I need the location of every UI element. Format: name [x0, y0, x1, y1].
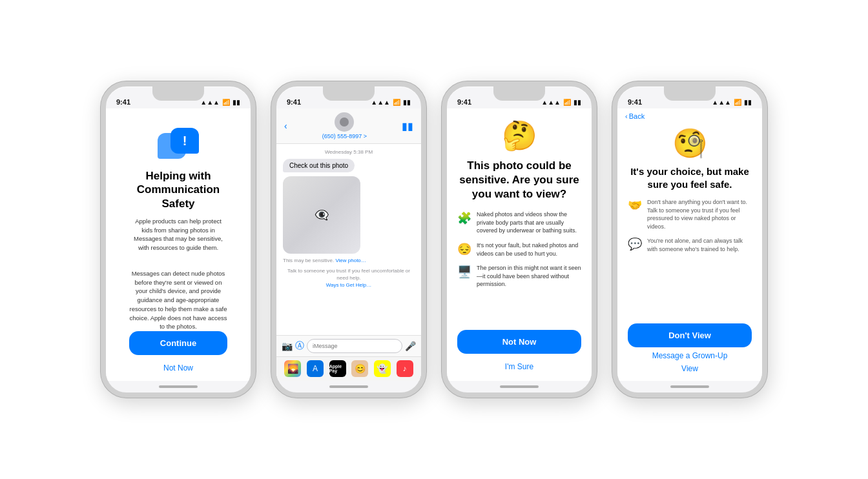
back-label: Back [629, 112, 645, 120]
dock-appstore-icon[interactable]: A [307, 360, 324, 377]
help-text: Talk to someone you trust if you feel un… [287, 268, 410, 281]
phone-3: 9:41 ▲▲▲ 📶 ▮▮ 🤔 This photo could be sens… [442, 81, 597, 398]
status-icons-1: ▲▲▲ 📶 ▮▮ [200, 99, 240, 106]
thinking-emoji: 🤔 [502, 119, 537, 152]
notch-3 [493, 87, 545, 101]
signal-icon-2: ▲▲▲ [371, 99, 390, 106]
phone-1-wrapper: 9:41 ▲▲▲ 📶 ▮▮ Helping with Communication… [101, 81, 256, 398]
dock-applepay-icon[interactable]: Apple Pay [329, 360, 346, 377]
battery-icon-3: ▮▮ [574, 99, 581, 106]
status-time-4: 9:41 [628, 98, 642, 106]
status-icons-2: ▲▲▲ 📶 ▮▮ [371, 99, 411, 106]
phone-1: 9:41 ▲▲▲ 📶 ▮▮ Helping with Communication… [101, 81, 256, 398]
back-chevron-icon: ‹ [625, 112, 628, 120]
wifi-icon-1: 📶 [222, 99, 230, 106]
continue-button[interactable]: Continue [129, 331, 227, 355]
video-call-icon[interactable]: ▮▮ [402, 120, 413, 132]
dont-view-button[interactable]: Don't View [628, 323, 752, 347]
app-dock: 🌄 A Apple Pay 😊 👻 ♪ [276, 356, 421, 381]
phone-4: 9:41 ▲▲▲ 📶 ▮▮ ‹ Back 🧐 It's your choice,… [612, 81, 767, 398]
phone-2: 9:41 ▲▲▲ 📶 ▮▮ ‹ (650) 555-8997 > ▮▮ Wedn… [271, 81, 426, 398]
msg-bubble: Check out this photo [283, 159, 355, 172]
camera-icon[interactable]: 📷 [282, 341, 293, 351]
home-indicator-2 [276, 381, 421, 392]
status-icons-4: ▲▲▲ 📶 ▮▮ [712, 99, 752, 106]
warning-text-1: Naked photos and videos show the private… [477, 210, 581, 235]
view-photo-link[interactable]: View photo… [335, 258, 366, 263]
ways-help-link[interactable]: Ways to Get Help… [326, 282, 371, 288]
advice-list: 🤝 Don't share anything you don't want to… [628, 198, 752, 254]
signal-icon-3: ▲▲▲ [541, 99, 561, 106]
message-grownup-button[interactable]: Message a Grown-Up [628, 351, 752, 360]
not-now-button-1[interactable]: Not Now [129, 363, 227, 372]
advice-text-1: Don't share anything you don't want to. … [647, 198, 752, 230]
phone1-body1: Apple products can help protect kids fro… [129, 217, 227, 252]
dock-music-icon[interactable]: ♪ [397, 360, 413, 377]
msg-photo: 👁️‍🗨️ [283, 176, 360, 254]
warning-emoji-2: 😔 [457, 242, 471, 256]
signal-icon-4: ▲▲▲ [712, 99, 731, 106]
contact-number[interactable]: (650) 555-8997 > [322, 133, 367, 139]
phone-2-wrapper: 9:41 ▲▲▲ 📶 ▮▮ ‹ (650) 555-8997 > ▮▮ Wedn… [271, 81, 426, 398]
notch-4 [664, 87, 716, 101]
msg-timestamp: Wednesday 5:38 PM [283, 149, 415, 155]
warning-emoji-3: 🖥️ [457, 265, 471, 279]
warning-text-3: The person in this might not want it see… [477, 264, 581, 289]
phone3-buttons: Not Now I'm Sure [457, 330, 581, 372]
home-bar-1 [159, 385, 198, 388]
not-now-button-3[interactable]: Not Now [457, 330, 581, 354]
messages-header: ‹ (650) 555-8997 > ▮▮ [276, 108, 421, 144]
home-bar-2 [329, 385, 368, 388]
view-button[interactable]: View [628, 364, 752, 373]
warning-item-2: 😔 It's not your fault, but naked photos … [457, 241, 581, 258]
sensitive-notice: This may be sensitive. View photo… [283, 258, 415, 263]
dock-memoji-icon[interactable]: 😊 [351, 360, 368, 377]
status-time-3: 9:41 [457, 98, 471, 106]
warning-list: 🧩 Naked photos and videos show the priva… [457, 210, 581, 289]
icon-bubbles [158, 128, 199, 164]
home-bar-4 [670, 385, 709, 388]
advice-emoji-2: 💬 [628, 237, 642, 251]
im-sure-button[interactable]: I'm Sure [457, 362, 581, 371]
messages-contact: (650) 555-8997 > [322, 112, 367, 139]
battery-icon-2: ▮▮ [403, 99, 411, 106]
warning-text-2: It's not your fault, but naked photos an… [477, 241, 581, 258]
notch-2 [323, 87, 375, 101]
home-indicator-4 [617, 381, 762, 392]
battery-icon-1: ▮▮ [232, 99, 240, 106]
phone4-back-bar: ‹ Back [617, 108, 762, 123]
dock-photos-icon[interactable]: 🌄 [284, 360, 301, 377]
phone4-content: 🧐 It's your choice, but make sure you fe… [617, 123, 762, 381]
notch-1 [152, 87, 204, 101]
phone1-buttons: Continue Not Now [118, 331, 239, 381]
phone1-title: Helping with Communication Safety [129, 169, 227, 210]
home-indicator-1 [106, 381, 251, 392]
status-time-1: 9:41 [116, 98, 130, 106]
wifi-icon-3: 📶 [563, 99, 571, 106]
appstore-icon[interactable]: Ⓐ [295, 340, 304, 352]
imessage-input[interactable] [307, 339, 402, 353]
dock-snap-icon[interactable]: 👻 [374, 360, 391, 377]
advice-item-2: 💬 You're not alone, and can always talk … [628, 237, 752, 253]
warning-item-3: 🖥️ The person in this might not want it … [457, 264, 581, 289]
wifi-icon-2: 📶 [393, 99, 400, 106]
contact-avatar [335, 112, 354, 132]
phone1-body2: Messages can detect nude photos before t… [129, 269, 227, 331]
photo-blur-icon: 👁️‍🗨️ [315, 208, 329, 222]
messages-back-icon[interactable]: ‹ [284, 121, 287, 131]
advice-item-1: 🤝 Don't share anything you don't want to… [628, 198, 752, 230]
phone-2-screen: ‹ (650) 555-8997 > ▮▮ Wednesday 5:38 PM … [276, 108, 421, 381]
sensitive-text: This may be sensitive. [283, 258, 334, 263]
help-notice: Talk to someone you trust if you feel un… [283, 267, 415, 289]
phone-3-wrapper: 9:41 ▲▲▲ 📶 ▮▮ 🤔 This photo could be sens… [442, 81, 597, 398]
battery-icon-4: ▮▮ [744, 99, 752, 106]
back-link[interactable]: ‹ Back [625, 112, 645, 120]
mic-icon[interactable]: 🎤 [405, 341, 416, 351]
advice-emoji-1: 🤝 [628, 198, 642, 212]
status-time-2: 9:41 [287, 98, 301, 106]
wifi-icon-4: 📶 [734, 99, 741, 106]
icon-bubble-container [158, 128, 199, 164]
phone4-buttons: Don't View Message a Grown-Up View [628, 323, 752, 373]
phone-3-screen: 🤔 This photo could be sensitive. Are you… [447, 108, 592, 381]
advice-text-2: You're not alone, and can always talk wi… [647, 237, 752, 253]
